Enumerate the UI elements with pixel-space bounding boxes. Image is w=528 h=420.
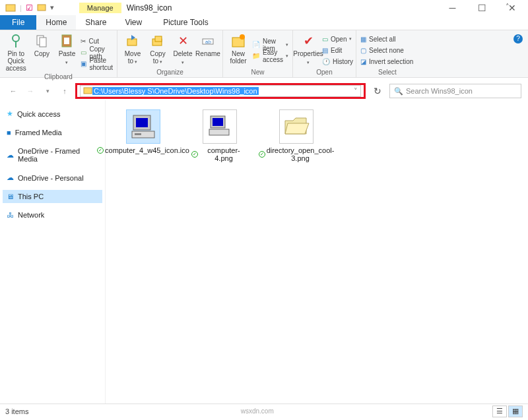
- qat-overflow[interactable]: ▾: [50, 3, 54, 12]
- network-icon: 🖧: [7, 211, 14, 219]
- file-item[interactable]: ✓computer-4.png: [191, 109, 248, 162]
- shortcut-icon: ▣: [81, 60, 86, 67]
- svg-rect-19: [135, 133, 141, 135]
- clipboard-group-label: Clipboard: [4, 73, 113, 81]
- paste-icon: [60, 33, 73, 49]
- window-title: Wins98_icon: [127, 3, 172, 13]
- sidebar-item-onedrive-framed[interactable]: ☁OneDrive - Framed Media: [3, 144, 102, 165]
- cloud-icon: ☁: [7, 151, 14, 160]
- sidebar-item-this-pc[interactable]: 🖥This PC: [3, 190, 102, 203]
- easy-access-button[interactable]: 📁Easy access: [252, 50, 288, 61]
- cloud-icon: ☁: [7, 173, 14, 182]
- star-icon: ★: [7, 109, 13, 118]
- maximize-button[interactable]: ☐: [467, 1, 497, 15]
- invert-selection-button[interactable]: ◪Invert selection: [360, 56, 413, 67]
- picture-tools-tab[interactable]: Picture Tools: [156, 15, 214, 30]
- copyto-icon: [151, 33, 164, 49]
- sync-check-icon: ✓: [259, 151, 265, 158]
- file-item[interactable]: ✓computer_4_w45_icon.ico: [115, 109, 172, 154]
- selectall-icon: ▦: [360, 36, 366, 43]
- manage-tab[interactable]: Manage: [79, 3, 121, 13]
- refresh-button[interactable]: ↻: [370, 83, 385, 99]
- svg-rect-22: [209, 129, 229, 135]
- view-tab[interactable]: View: [116, 15, 151, 30]
- sidebar-item-network[interactable]: 🖧Network: [3, 208, 102, 222]
- history-button[interactable]: 🕐History: [322, 56, 353, 67]
- navigation-pane: ★Quick access ■Framed Media ☁OneDrive - …: [0, 100, 106, 404]
- address-dropdown-icon[interactable]: ˅: [354, 87, 358, 96]
- search-placeholder: Search Wins98_icon: [406, 87, 473, 95]
- watermark: wsxdn.com: [241, 407, 274, 415]
- status-bar: 3 items wsxdn.com ☰ ▦: [0, 404, 528, 418]
- forward-button[interactable]: →: [24, 84, 37, 98]
- search-box[interactable]: 🔍 Search Wins98_icon: [389, 84, 521, 98]
- edit-button[interactable]: ▤Edit: [322, 45, 353, 56]
- svg-rect-15: [84, 88, 92, 94]
- delete-icon: ✕: [178, 33, 188, 49]
- help-icon[interactable]: ?: [513, 34, 523, 44]
- properties-button[interactable]: ✔Properties: [297, 32, 319, 69]
- address-path-text: C:\Users\Blessy S\OneDrive\Desktop\Wins9…: [92, 87, 259, 95]
- share-tab[interactable]: Share: [76, 15, 116, 30]
- select-group-label: Select: [360, 69, 414, 76]
- copy-button[interactable]: Copy: [30, 32, 53, 73]
- move-to-button[interactable]: Move to: [121, 32, 144, 69]
- pc-icon: 🖥: [7, 193, 14, 200]
- sidebar-item-onedrive-personal[interactable]: ☁OneDrive - Personal: [3, 171, 102, 185]
- svg-point-14: [240, 34, 245, 40]
- copy-to-button[interactable]: Copy to: [147, 32, 169, 69]
- select-all-button[interactable]: ▦Select all: [360, 34, 413, 45]
- paste-button[interactable]: Paste: [55, 32, 78, 73]
- collapse-ribbon-icon[interactable]: ˄: [506, 3, 510, 11]
- up-button[interactable]: ↑: [58, 84, 71, 98]
- folder-qat-icon[interactable]: [37, 3, 46, 13]
- select-none-button[interactable]: ▢Select none: [360, 45, 413, 56]
- computer-icon: [203, 109, 237, 144]
- delete-button[interactable]: ✕Delete: [172, 32, 194, 69]
- easyaccess-icon: 📁: [252, 52, 260, 59]
- thumbnails-view-button[interactable]: ▦: [508, 405, 523, 417]
- file-tab[interactable]: File: [0, 15, 36, 30]
- organize-group-label: Organize: [121, 69, 218, 76]
- address-bar[interactable]: C:\Users\Blessy S\OneDrive\Desktop\Wins9…: [80, 85, 361, 97]
- close-button[interactable]: ✕: [497, 1, 527, 15]
- sidebar-item-framed-media[interactable]: ■Framed Media: [3, 126, 102, 139]
- folder-open-icon: [279, 109, 314, 144]
- recent-locations-button[interactable]: ▾: [41, 84, 54, 98]
- open-button[interactable]: ▭Open: [322, 34, 353, 45]
- file-item[interactable]: ✓directory_open_cool-3.png: [268, 109, 325, 162]
- svg-rect-0: [6, 5, 15, 11]
- home-tab[interactable]: Home: [36, 15, 76, 30]
- pin-to-quick-access-button[interactable]: Pin to Quick access: [4, 32, 28, 73]
- rename-icon: ab: [201, 33, 214, 49]
- folder-icon: [83, 86, 92, 96]
- new-folder-button[interactable]: New folder: [227, 32, 249, 69]
- pin-icon: [9, 33, 22, 49]
- checkbox-icon[interactable]: ☑: [26, 3, 33, 13]
- history-icon: 🕐: [322, 58, 330, 65]
- invert-icon: ◪: [360, 58, 366, 65]
- file-list: ✓computer_4_w45_icon.ico ✓computer-4.png…: [106, 100, 528, 404]
- minimize-button[interactable]: ─: [438, 1, 467, 15]
- file-label: ✓computer-4.png: [191, 146, 248, 162]
- search-icon: 🔍: [394, 87, 403, 96]
- sync-check-icon: ✓: [97, 147, 104, 154]
- back-button[interactable]: ←: [7, 84, 20, 98]
- newfolder-icon: [231, 33, 246, 49]
- cut-icon: ✂: [81, 38, 86, 45]
- copy-icon: [35, 33, 48, 49]
- copypath-icon: ▭: [81, 49, 86, 56]
- rename-button[interactable]: abRename: [197, 32, 219, 69]
- svg-point-2: [13, 35, 19, 42]
- sidebar-item-quick-access[interactable]: ★Quick access: [3, 107, 102, 121]
- svg-text:ab: ab: [205, 39, 211, 45]
- ribbon-tabs: File Home Share View Picture Tools ˄: [0, 15, 528, 30]
- main-area: ★Quick access ■Framed Media ☁OneDrive - …: [0, 100, 528, 404]
- svg-rect-5: [40, 38, 46, 47]
- details-view-button[interactable]: ☰: [492, 405, 507, 417]
- square-icon: ■: [7, 129, 11, 136]
- item-count: 3 items: [5, 407, 28, 415]
- open-group-label: Open: [297, 69, 352, 76]
- new-group-label: New: [227, 69, 288, 76]
- paste-shortcut-button[interactable]: ▣Paste shortcut: [81, 58, 113, 69]
